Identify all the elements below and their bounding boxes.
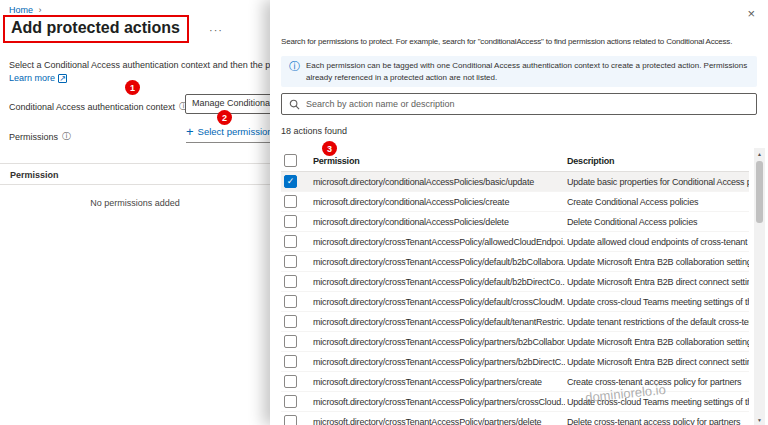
- row-checkbox[interactable]: [284, 395, 297, 408]
- row-checkbox[interactable]: [284, 275, 297, 288]
- permission-cell: microsoft.directory/crossTenantAccessPol…: [313, 257, 565, 267]
- table-row[interactable]: microsoft.directory/conditionalAccessPol…: [281, 212, 749, 232]
- permission-cell: microsoft.directory/crossTenantAccessPol…: [313, 357, 565, 367]
- breadcrumb-home-link[interactable]: Home: [9, 5, 33, 15]
- description-cell: Update Microsoft Entra B2B collaboration…: [565, 337, 749, 347]
- row-checkbox[interactable]: [284, 215, 297, 228]
- description-cell: Update basic properties for Conditional …: [565, 177, 749, 187]
- scroll-up-icon[interactable]: ▲: [754, 148, 765, 159]
- table-row[interactable]: microsoft.directory/crossTenantAccessPol…: [281, 412, 749, 425]
- permission-cell: microsoft.directory/crossTenantAccessPol…: [313, 397, 565, 407]
- permission-cell: microsoft.directory/crossTenantAccessPol…: [313, 237, 565, 247]
- description-cell: Update Microsoft Entra B2B direct connec…: [565, 277, 749, 287]
- permission-cell: microsoft.directory/crossTenantAccessPol…: [313, 277, 565, 287]
- table-row[interactable]: microsoft.directory/crossTenantAccessPol…: [281, 292, 749, 312]
- empty-grid-permission-column: Permission: [10, 165, 59, 186]
- table-row[interactable]: microsoft.directory/conditionalAccessPol…: [281, 172, 749, 192]
- permission-cell: microsoft.directory/conditionalAccessPol…: [313, 197, 565, 207]
- learn-more-label: Learn more: [9, 73, 55, 83]
- description-column-header: Description: [565, 156, 749, 166]
- row-checkbox[interactable]: [284, 335, 297, 348]
- context-field-label: Conditional Access authentication contex…: [9, 100, 188, 113]
- row-checkbox[interactable]: [284, 375, 297, 388]
- select-permissions-button[interactable]: + Select permissions: [186, 126, 277, 137]
- select-permissions-label: Select permissions: [198, 126, 278, 137]
- description-cell: Update Microsoft Entra B2B direct connec…: [565, 357, 749, 367]
- table-row[interactable]: microsoft.directory/crossTenantAccessPol…: [281, 352, 749, 372]
- page-title: Add protected actions: [11, 19, 180, 37]
- table-row[interactable]: microsoft.directory/crossTenantAccessPol…: [281, 332, 749, 352]
- description-cell: Update cross-cloud Teams meeting setting…: [565, 397, 749, 407]
- row-checkbox[interactable]: [284, 415, 297, 425]
- chevron-right-icon: ›: [39, 5, 42, 15]
- more-options-icon[interactable]: ···: [209, 24, 223, 36]
- table-row[interactable]: microsoft.directory/crossTenantAccessPol…: [281, 252, 749, 272]
- scroll-down-icon[interactable]: ▼: [754, 414, 765, 425]
- permission-column-header: Permission: [313, 156, 565, 166]
- permission-cell: microsoft.directory/crossTenantAccessPol…: [313, 417, 565, 425]
- row-checkbox[interactable]: [284, 195, 297, 208]
- info-icon[interactable]: ⓘ: [62, 130, 71, 143]
- permissions-label-text: Permissions: [9, 132, 58, 142]
- permission-cell: microsoft.directory/crossTenantAccessPol…: [313, 337, 565, 347]
- description-cell: Delete Conditional Access policies: [565, 217, 749, 227]
- plus-icon: +: [186, 127, 194, 137]
- table-row[interactable]: microsoft.directory/crossTenantAccessPol…: [281, 232, 749, 252]
- row-checkbox[interactable]: [284, 255, 297, 268]
- description-cell: Update Microsoft Entra B2B collaboration…: [565, 257, 749, 267]
- select-permissions-panel: × Search for permissions to protect. For…: [270, 0, 768, 425]
- annotation-step-3: 3: [322, 141, 337, 156]
- permissions-field-label: Permissions ⓘ: [9, 130, 71, 143]
- row-checkbox[interactable]: [284, 355, 297, 368]
- scrollbar-thumb[interactable]: [756, 161, 763, 223]
- permission-cell: microsoft.directory/crossTenantAccessPol…: [313, 377, 565, 387]
- external-link-icon: ↗: [58, 74, 67, 83]
- table-row[interactable]: microsoft.directory/crossTenantAccessPol…: [281, 312, 749, 332]
- permission-cell: microsoft.directory/conditionalAccessPol…: [313, 177, 565, 187]
- table-row[interactable]: microsoft.directory/crossTenantAccessPol…: [281, 272, 749, 292]
- info-banner-text: Each permission can be tagged with one C…: [306, 60, 749, 83]
- table-row[interactable]: microsoft.directory/crossTenantAccessPol…: [281, 372, 749, 392]
- annotation-title-highlight: Add protected actions: [3, 15, 189, 43]
- search-input[interactable]: [306, 99, 749, 109]
- search-box: [281, 93, 757, 115]
- description-cell: Update cross-cloud Teams meeting setting…: [565, 297, 749, 307]
- permissions-table-body: microsoft.directory/conditionalAccessPol…: [281, 172, 749, 425]
- results-count: 18 actions found: [281, 126, 347, 136]
- permission-cell: microsoft.directory/crossTenantAccessPol…: [313, 317, 565, 327]
- divider: [186, 142, 270, 143]
- empty-grid-message: No permissions added: [0, 198, 270, 208]
- description-cell: Create cross-tenant access policy for pa…: [565, 377, 749, 387]
- annotation-step-2: 2: [217, 110, 232, 125]
- table-row[interactable]: microsoft.directory/crossTenantAccessPol…: [281, 392, 749, 412]
- row-checkbox[interactable]: [284, 295, 297, 308]
- info-icon: ⓘ: [289, 60, 300, 83]
- permission-cell: microsoft.directory/conditionalAccessPol…: [313, 217, 565, 227]
- row-checkbox[interactable]: [284, 175, 297, 188]
- breadcrumb: Home ›: [9, 5, 42, 15]
- panel-description: Search for permissions to protect. For e…: [281, 37, 757, 46]
- info-banner: ⓘ Each permission can be tagged with one…: [281, 56, 757, 87]
- permission-cell: microsoft.directory/crossTenantAccessPol…: [313, 297, 565, 307]
- vertical-scrollbar[interactable]: ▲ ▼: [754, 148, 765, 425]
- description-cell: Update allowed cloud endpoints of cross-…: [565, 237, 749, 247]
- learn-more-link[interactable]: Learn more ↗: [9, 73, 67, 83]
- description-cell: Create Conditional Access policies: [565, 197, 749, 207]
- description-cell: Update tenant restrictions of the defaul…: [565, 317, 749, 327]
- annotation-step-1: 1: [125, 80, 140, 95]
- select-all-checkbox[interactable]: [284, 154, 297, 167]
- row-checkbox[interactable]: [284, 235, 297, 248]
- context-label-text: Conditional Access authentication contex…: [9, 102, 175, 112]
- search-icon: [289, 99, 300, 110]
- close-icon[interactable]: ×: [743, 5, 759, 22]
- description-cell: Delete cross-tenant access policy for pa…: [565, 417, 749, 425]
- row-checkbox[interactable]: [284, 315, 297, 328]
- table-row[interactable]: microsoft.directory/conditionalAccessPol…: [281, 192, 749, 212]
- permissions-table-header: Permission Description: [281, 150, 749, 172]
- permissions-table: Permission Description microsoft.directo…: [281, 150, 749, 425]
